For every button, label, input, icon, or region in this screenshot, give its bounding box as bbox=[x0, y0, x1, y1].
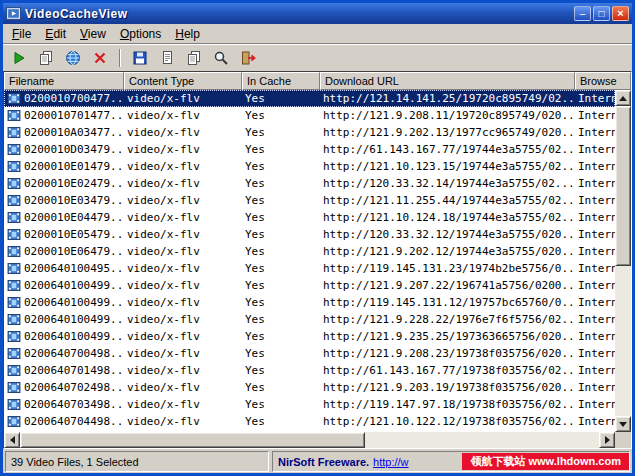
filename-text: 0200010E05479... bbox=[24, 228, 124, 241]
find-icon bbox=[213, 50, 229, 66]
filename-text: 0200640700498... bbox=[24, 347, 124, 360]
cell-browser: Intern bbox=[575, 194, 615, 207]
cell-content-type: video/x-flv bbox=[124, 143, 242, 156]
table-row[interactable]: 0200010D03479...video/x-flvYeshttp://61.… bbox=[4, 141, 615, 158]
vertical-scrollbar[interactable] bbox=[615, 90, 631, 432]
video-file-icon bbox=[7, 195, 21, 206]
nirsoft-link[interactable]: http://w bbox=[373, 456, 408, 468]
cell-in-cache: Yes bbox=[242, 330, 320, 343]
horizontal-scroll-track[interactable] bbox=[365, 432, 599, 448]
scroll-down-button[interactable] bbox=[615, 416, 631, 432]
cell-in-cache: Yes bbox=[242, 262, 320, 275]
maximize-button[interactable]: □ bbox=[593, 6, 610, 21]
cell-download-url: http://121.10.124.18/19744e3a5755/02... bbox=[320, 211, 575, 224]
properties-button[interactable] bbox=[155, 46, 179, 69]
table-row[interactable]: 0200010A03477...video/x-flvYeshttp://121… bbox=[4, 124, 615, 141]
table-row[interactable]: 0200010E03479...video/x-flvYeshttp://121… bbox=[4, 192, 615, 209]
copy-files-button[interactable] bbox=[34, 46, 58, 69]
menu-help[interactable]: Help bbox=[168, 25, 207, 43]
table-row[interactable]: 0200010E04479...video/x-flvYeshttp://121… bbox=[4, 209, 615, 226]
cell-download-url: http://121.9.228.22/1976e7f6f5756/02... bbox=[320, 313, 575, 326]
title-bar[interactable]: VideoCacheView –□× bbox=[3, 3, 632, 24]
scroll-right-button[interactable] bbox=[599, 432, 615, 448]
table-row[interactable]: 0200010E05479...video/x-flvYeshttp://120… bbox=[4, 226, 615, 243]
arrow-up-icon bbox=[619, 96, 627, 101]
save-button[interactable] bbox=[128, 46, 152, 69]
find-button[interactable] bbox=[209, 46, 233, 69]
video-file-icon bbox=[7, 161, 21, 172]
column-header-in-cache[interactable]: In Cache bbox=[242, 72, 320, 90]
cell-download-url: http://120.33.32.14/19744e3a5755/02... bbox=[320, 177, 575, 190]
cell-content-type: video/x-flv bbox=[124, 245, 242, 258]
copy-button[interactable] bbox=[182, 46, 206, 69]
cell-filename: 0200010A03477... bbox=[4, 126, 124, 139]
cell-content-type: video/x-flv bbox=[124, 296, 242, 309]
table-row[interactable]: 0200010E02479...video/x-flvYeshttp://120… bbox=[4, 175, 615, 192]
vertical-scroll-track[interactable] bbox=[615, 266, 631, 416]
filename-text: 0200010E03479... bbox=[24, 194, 124, 207]
cell-download-url: http://121.9.208.23/19738f035756/020... bbox=[320, 347, 575, 360]
video-list: FilenameContent TypeIn CacheDownload URL… bbox=[3, 71, 632, 449]
play-button[interactable] bbox=[7, 46, 31, 69]
horizontal-scrollbar[interactable] bbox=[4, 432, 615, 448]
column-header-content-type[interactable]: Content Type bbox=[124, 72, 242, 90]
cell-download-url: http://121.10.122.12/19738f035756/02... bbox=[320, 415, 575, 428]
table-row[interactable]: 0200010701477...video/x-flvYeshttp://121… bbox=[4, 107, 615, 124]
close-button[interactable]: × bbox=[612, 6, 629, 21]
filename-text: 0200640704498... bbox=[24, 415, 124, 428]
scrollbar-corner bbox=[615, 432, 631, 448]
cell-download-url: http://119.145.131.12/19757bc65760/0... bbox=[320, 296, 575, 309]
app-window: VideoCacheView –□× FileEditViewOptionsHe… bbox=[0, 0, 635, 476]
scroll-up-button[interactable] bbox=[615, 90, 631, 106]
video-file-icon bbox=[7, 144, 21, 155]
column-header-download-url[interactable]: Download URL bbox=[320, 72, 575, 90]
open-in-browser-button[interactable] bbox=[61, 46, 85, 69]
cell-browser: Intern bbox=[575, 279, 615, 292]
menu-options[interactable]: Options bbox=[113, 25, 168, 43]
cell-in-cache: Yes bbox=[242, 313, 320, 326]
menu-view[interactable]: View bbox=[73, 25, 113, 43]
cell-download-url: http://121.9.235.25/197363665756/020... bbox=[320, 330, 575, 343]
minimize-button[interactable]: – bbox=[574, 6, 591, 21]
window-title: VideoCacheView bbox=[25, 7, 568, 21]
table-row[interactable]: 0200640100499...video/x-flvYeshttp://121… bbox=[4, 328, 615, 345]
cell-content-type: video/x-flv bbox=[124, 364, 242, 377]
column-header-browse[interactable]: Browse bbox=[575, 72, 631, 90]
table-row[interactable]: 0200010E01479...video/x-flvYeshttp://121… bbox=[4, 158, 615, 175]
table-row[interactable]: 0200640100495...video/x-flvYeshttp://119… bbox=[4, 260, 615, 277]
cell-content-type: video/x-flv bbox=[124, 194, 242, 207]
exit-button[interactable] bbox=[236, 46, 260, 69]
table-row[interactable]: 0200640100499...video/x-flvYeshttp://121… bbox=[4, 311, 615, 328]
arrow-right-icon bbox=[605, 436, 610, 444]
table-row[interactable]: 0200640701498...video/x-flvYeshttp://61.… bbox=[4, 362, 615, 379]
table-row[interactable]: 0200640700498...video/x-flvYeshttp://121… bbox=[4, 345, 615, 362]
table-row[interactable]: 0200640702498...video/x-flvYeshttp://121… bbox=[4, 379, 615, 396]
video-file-icon bbox=[7, 297, 21, 308]
scroll-left-button[interactable] bbox=[4, 432, 20, 448]
cell-filename: 0200640100499... bbox=[4, 330, 124, 343]
cell-in-cache: Yes bbox=[242, 194, 320, 207]
cell-browser: Intern bbox=[575, 330, 615, 343]
horizontal-scroll-thumb[interactable] bbox=[20, 432, 365, 448]
cell-browser: Intern bbox=[575, 398, 615, 411]
video-file-icon bbox=[7, 382, 21, 393]
delete-button[interactable] bbox=[88, 46, 112, 69]
table-row[interactable]: 0200010700477...video/x-flvYeshttp://121… bbox=[4, 90, 615, 107]
cell-download-url: http://121.9.208.11/19720c895749/020... bbox=[320, 109, 575, 122]
toolbar-separator bbox=[119, 49, 121, 67]
cell-content-type: video/x-flv bbox=[124, 381, 242, 394]
cell-browser: Intern bbox=[575, 262, 615, 275]
lhdown-watermark[interactable]: 领航下载站 www.lhdown.com bbox=[462, 453, 629, 470]
table-row[interactable]: 0200640704498...video/x-flvYeshttp://121… bbox=[4, 413, 615, 430]
vertical-scroll-thumb[interactable] bbox=[615, 106, 631, 266]
table-row[interactable]: 0200640703498...video/x-flvYeshttp://119… bbox=[4, 396, 615, 413]
table-row[interactable]: 0200010E06479...video/x-flvYeshttp://121… bbox=[4, 243, 615, 260]
column-header-filename[interactable]: Filename bbox=[4, 72, 124, 90]
cell-in-cache: Yes bbox=[242, 279, 320, 292]
menu-edit[interactable]: Edit bbox=[38, 25, 73, 43]
cell-filename: 0200010E06479... bbox=[4, 245, 124, 258]
filename-text: 0200640100499... bbox=[24, 279, 124, 292]
table-row[interactable]: 0200640100499...video/x-flvYeshttp://121… bbox=[4, 277, 615, 294]
table-row[interactable]: 0200640100499...video/x-flvYeshttp://119… bbox=[4, 294, 615, 311]
menu-file[interactable]: File bbox=[5, 25, 38, 43]
